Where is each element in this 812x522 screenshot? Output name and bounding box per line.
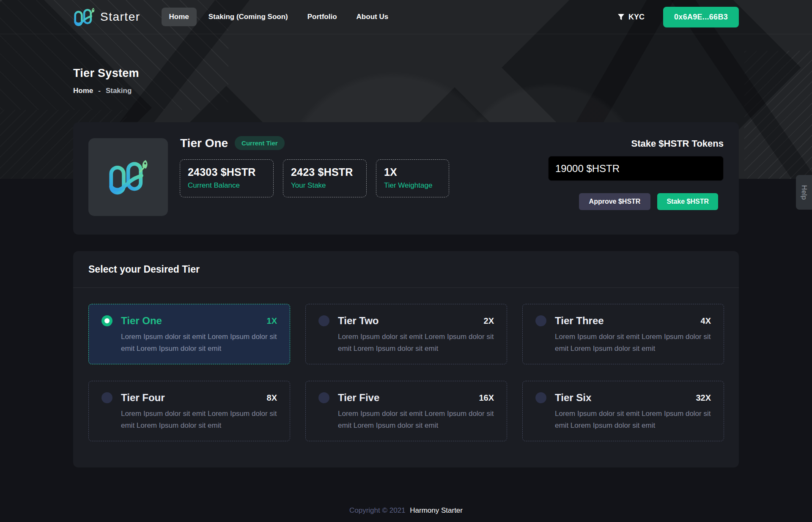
stat-label: Tier Weightage [384, 181, 441, 190]
tier-description: Lorem Ipsum dolor sit emit Lorem Ipsum d… [555, 331, 713, 354]
stat-value: 2423 $HSTR [291, 166, 359, 178]
radio-unselected-icon[interactable] [318, 392, 329, 403]
tier-description: Lorem Ipsum dolor sit emit Lorem Ipsum d… [338, 408, 497, 431]
radio-unselected-icon[interactable] [318, 315, 329, 326]
breadcrumb: Home - Staking [73, 87, 739, 95]
tier-multiplier: 1X [267, 316, 277, 326]
radio-unselected-icon[interactable] [535, 392, 546, 403]
radio-selected-icon[interactable] [102, 315, 112, 326]
tier-card-header: Tier One 1X [102, 315, 277, 327]
help-tab[interactable]: Help [796, 175, 812, 210]
stat-tier-weightage: 1X Tier Weightage [376, 159, 449, 197]
staking-panel: Tier One Current Tier 24303 $HSTR Curren… [73, 122, 739, 235]
tier-name: Tier Four [121, 392, 165, 404]
tier-card-five[interactable]: Tier Five 16X Lorem Ipsum dolor sit emit… [305, 381, 507, 441]
stake-hstr-button[interactable]: Stake $HSTR [657, 193, 718, 210]
tier-description: Lorem Ipsum dolor sit emit Lorem Ipsum d… [121, 408, 280, 431]
current-tier-title: Tier One [180, 137, 228, 150]
nav-item-home[interactable]: Home [162, 8, 197, 26]
hero-section: Tier System Home - Staking [0, 34, 812, 95]
nav-menu: Home Staking (Coming Soon) Portfolio Abo… [162, 8, 396, 26]
nav-item-staking[interactable]: Staking (Coming Soon) [201, 8, 296, 26]
tier-card-four[interactable]: Tier Four 8X Lorem Ipsum dolor sit emit … [88, 381, 290, 441]
funnel-icon [617, 14, 625, 21]
current-tier-header: Tier One Current Tier [180, 136, 285, 150]
tier-card-header: Tier Two 2X [318, 315, 494, 327]
stake-buttons: Approve $HSTR Stake $HSTR [579, 193, 718, 210]
tier-select-panel: Select your Desired Tier Tier One 1X Lor… [73, 251, 739, 467]
tier-multiplier: 32X [696, 393, 711, 403]
tier-multiplier: 2X [484, 316, 494, 326]
tier-description: Lorem Ipsum dolor sit emit Lorem Ipsum d… [338, 331, 497, 354]
nav-item-about-us[interactable]: About Us [349, 8, 396, 26]
tier-name: Tier One [121, 315, 162, 327]
wallet-address-button[interactable]: 0x6A9E...66B3 [663, 7, 739, 27]
tier-name: Tier Six [555, 392, 591, 404]
main-content: Tier One Current Tier 24303 $HSTR Curren… [0, 122, 812, 467]
tier-card-two[interactable]: Tier Two 2X Lorem Ipsum dolor sit emit L… [305, 304, 507, 364]
kyc-label: KYC [628, 13, 645, 22]
breadcrumb-separator: - [98, 87, 101, 95]
tier-multiplier: 16X [479, 393, 494, 403]
nav-right: KYC 0x6A9E...66B3 [617, 7, 739, 27]
tier-card-header: Tier Four 8X [102, 392, 277, 404]
tier-description: Lorem Ipsum dolor sit emit Lorem Ipsum d… [121, 331, 280, 354]
tier-card-three[interactable]: Tier Three 4X Lorem Ipsum dolor sit emit… [522, 304, 724, 364]
kyc-link[interactable]: KYC [617, 13, 645, 22]
radio-unselected-icon[interactable] [102, 392, 112, 403]
tier-description: Lorem Ipsum dolor sit emit Lorem Ipsum d… [555, 408, 713, 431]
stake-amount-input[interactable] [548, 156, 724, 181]
stats-row: 24303 $HSTR Current Balance 2423 $HSTR Y… [180, 159, 449, 197]
stat-value: 1X [384, 166, 441, 178]
brand-logo[interactable]: Starter [73, 7, 140, 27]
footer: Copyright © 2021 Harmony Starter [0, 467, 812, 515]
tier-multiplier: 8X [267, 393, 277, 403]
stat-your-stake: 2423 $HSTR Your Stake [283, 159, 367, 197]
tier-card-header: Tier Three 4X [535, 315, 711, 327]
footer-brand: Harmony Starter [410, 506, 463, 514]
tier-name: Tier Three [555, 315, 604, 327]
copyright-text: Copyright © 2021 [349, 506, 406, 514]
harmony-rocket-logo-icon [73, 7, 95, 27]
tier-multiplier: 4X [701, 316, 711, 326]
stat-label: Current Balance [188, 181, 266, 190]
tier-name: Tier Five [338, 392, 379, 404]
breadcrumb-current[interactable]: Staking [106, 87, 132, 95]
help-tab-label: Help [800, 185, 808, 200]
breadcrumb-home[interactable]: Home [73, 87, 93, 95]
page-title: Tier System [73, 67, 739, 80]
token-logo-box [88, 138, 168, 216]
tier-grid: Tier One 1X Lorem Ipsum dolor sit emit L… [73, 288, 739, 441]
approve-hstr-button[interactable]: Approve $HSTR [579, 193, 651, 210]
stat-value: 24303 $HSTR [188, 166, 266, 178]
tier-card-one[interactable]: Tier One 1X Lorem Ipsum dolor sit emit L… [88, 304, 290, 364]
tier-select-heading: Select your Desired Tier [73, 251, 739, 275]
nav-item-portfolio[interactable]: Portfolio [300, 8, 345, 26]
stat-label: Your Stake [291, 181, 359, 190]
brand-name: Starter [100, 10, 140, 24]
tier-name: Tier Two [338, 315, 379, 327]
harmony-rocket-logo-icon [107, 159, 149, 195]
tier-card-header: Tier Six 32X [535, 392, 711, 404]
current-tier-badge: Current Tier [235, 136, 285, 150]
radio-unselected-icon[interactable] [535, 315, 546, 326]
navbar: Starter Home Staking (Coming Soon) Portf… [0, 0, 812, 34]
tier-card-six[interactable]: Tier Six 32X Lorem Ipsum dolor sit emit … [522, 381, 724, 441]
stat-current-balance: 24303 $HSTR Current Balance [180, 159, 274, 197]
stake-tokens-heading: Stake $HSTR Tokens [631, 138, 724, 149]
tier-card-header: Tier Five 16X [318, 392, 494, 404]
